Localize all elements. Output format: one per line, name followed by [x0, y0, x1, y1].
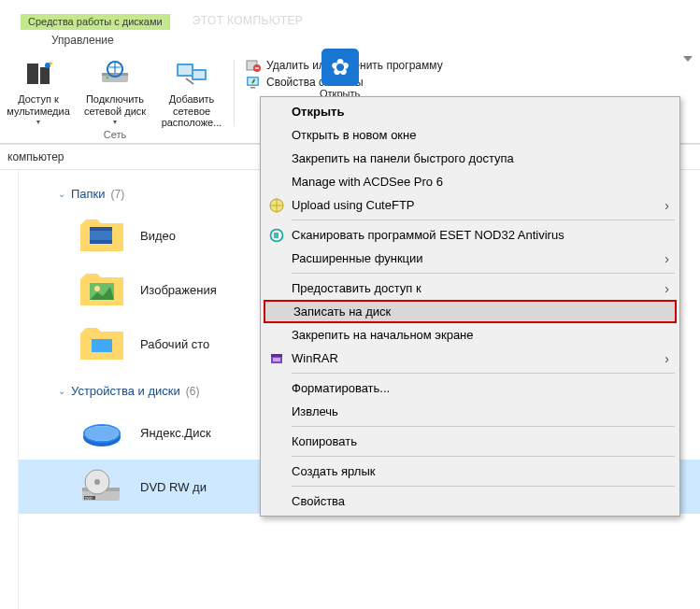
menu-burn-to-disc[interactable]: Записать на диск — [264, 300, 677, 323]
dropdown-caret-icon: ▾ — [113, 118, 117, 126]
network-location-icon — [175, 58, 208, 92]
svg-rect-12 — [255, 67, 259, 68]
item-label: Изображения — [140, 283, 217, 297]
ribbon-label: Доступ к мультимедиа — [7, 93, 70, 117]
svg-rect-18 — [90, 240, 112, 244]
menu-separator — [292, 273, 675, 274]
menu-properties[interactable]: Свойства — [264, 489, 677, 513]
ribbon-map-network-drive-button[interactable]: Подключить сетевой диск ▾ — [77, 56, 153, 129]
svg-rect-9 — [193, 71, 205, 78]
menu-acdsee[interactable]: Manage with ACDSee Pro 6 — [264, 170, 677, 193]
svg-rect-4 — [102, 73, 128, 76]
network-drive-icon — [98, 58, 132, 92]
nav-pane-edge — [0, 170, 19, 609]
ribbon-label: Подключить сетевой диск — [84, 93, 146, 117]
folder-video-icon — [77, 214, 127, 257]
svg-point-25 — [85, 426, 119, 441]
menu-separator — [292, 456, 675, 457]
eset-icon — [269, 228, 284, 243]
system-properties-icon — [246, 75, 261, 90]
menu-give-access-to[interactable]: Предоставить доступ к› — [264, 276, 677, 300]
svg-rect-8 — [179, 65, 192, 75]
svg-rect-15 — [250, 87, 255, 89]
svg-rect-36 — [271, 354, 282, 357]
svg-point-20 — [94, 286, 100, 291]
menu-separator — [292, 373, 675, 374]
menu-separator — [292, 426, 675, 427]
breadcrumb-path: компьютер — [7, 150, 64, 163]
svg-rect-1 — [40, 67, 50, 84]
uninstall-program-icon — [246, 58, 261, 73]
winrar-icon — [269, 351, 284, 366]
menu-create-shortcut[interactable]: Создать ярлык — [264, 460, 677, 483]
dropdown-caret-icon: ▾ — [36, 118, 40, 126]
item-label: Яндекс.Диск — [140, 426, 211, 440]
item-label: DVD RW ди — [140, 480, 207, 494]
context-menu: Открыть Открыть в новом окне Закрепить н… — [260, 96, 680, 517]
ribbon-group-network-label: Сеть — [104, 129, 126, 144]
menu-cuteftp[interactable]: Upload using CuteFTP› — [264, 193, 677, 217]
submenu-arrow-icon: › — [664, 281, 669, 296]
ribbon-separator — [234, 60, 235, 126]
submenu-arrow-icon: › — [664, 251, 669, 266]
svg-point-5 — [107, 77, 109, 79]
menu-winrar[interactable]: WinRAR› — [264, 347, 677, 370]
ribbon-open-button[interactable]: ✿ Открыть — [320, 49, 360, 99]
svg-rect-21 — [92, 339, 112, 352]
svg-text:DVD: DVD — [85, 497, 93, 501]
svg-point-29 — [94, 479, 100, 485]
ribbon-media-access-button[interactable]: Доступ к мультимедиа ▾ — [0, 56, 77, 129]
item-label: Видео — [140, 229, 176, 243]
ribbon-tab-manage[interactable]: Управление — [0, 30, 700, 50]
settings-gear-icon: ✿ — [321, 49, 359, 86]
menu-separator — [292, 220, 675, 220]
menu-pin-quick-access[interactable]: Закрепить на панели быстрого доступа — [264, 147, 677, 170]
chevron-down-icon: ⌄ — [58, 386, 65, 396]
ribbon-add-network-location-button[interactable]: Добавить сетевое расположе... — [153, 56, 230, 129]
menu-eject[interactable]: Извлечь — [264, 400, 677, 423]
svg-rect-17 — [90, 227, 112, 231]
group-label: Устройства и диски — [71, 384, 180, 398]
menu-separator — [292, 486, 675, 487]
menu-eset-scan[interactable]: Сканировать программой ESET NOD32 Antivi… — [264, 223, 677, 247]
menu-open[interactable]: Открыть — [264, 100, 677, 123]
cuteftp-icon — [269, 198, 284, 213]
menu-extended-functions[interactable]: Расширенные функции› — [264, 247, 677, 270]
ribbon-label: Добавить сетевое расположе... — [155, 93, 228, 129]
folder-images-icon — [77, 268, 127, 311]
chevron-down-icon: ⌄ — [58, 189, 65, 199]
group-label: Папки — [71, 187, 106, 201]
submenu-arrow-icon: › — [664, 351, 669, 366]
submenu-arrow-icon: › — [664, 198, 669, 213]
media-server-icon — [21, 58, 55, 92]
menu-copy[interactable]: Копировать — [264, 430, 677, 453]
group-count: (6) — [186, 385, 200, 398]
yandex-disk-icon — [77, 411, 127, 454]
group-count: (7) — [111, 188, 125, 201]
window-title: ЭТОТ КОМПЬЮТЕР — [193, 14, 304, 30]
dvd-drive-icon: DVD — [77, 465, 127, 508]
context-tab-disk-tools[interactable]: Средства работы с дисками — [21, 14, 170, 30]
svg-rect-37 — [273, 358, 280, 361]
menu-pin-to-start[interactable]: Закрепить на начальном экране — [264, 323, 677, 347]
folder-desktop-icon — [77, 322, 127, 365]
svg-rect-0 — [27, 64, 38, 84]
menu-format[interactable]: Форматировать... — [264, 376, 677, 400]
menu-open-new-window[interactable]: Открыть в новом окне — [264, 123, 677, 147]
item-label: Рабочий сто — [140, 337, 209, 351]
